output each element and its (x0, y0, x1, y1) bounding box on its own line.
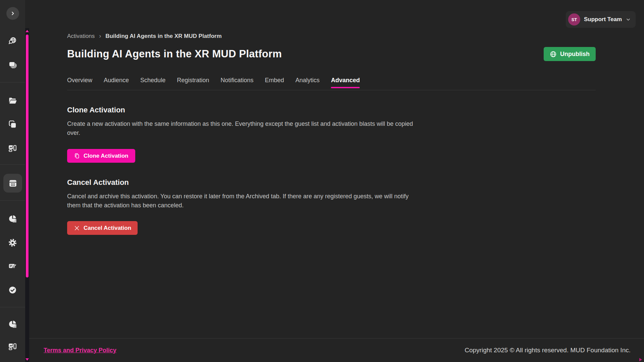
user-name: Support Team (584, 16, 622, 23)
tab-overview[interactable]: Overview (67, 77, 92, 90)
tab-label: Embed (265, 77, 284, 84)
tab-registration[interactable]: Registration (177, 77, 209, 90)
tab-label: Schedule (140, 77, 165, 84)
tab-analytics[interactable]: Analytics (295, 77, 319, 90)
pie-chart-bars-icon (8, 320, 17, 329)
card-edit-icon (8, 261, 17, 270)
breadcrumb-activations-link[interactable]: Activations (67, 33, 95, 40)
terms-privacy-link[interactable]: Terms and Privacy Policy (44, 347, 116, 354)
unpublish-label: Unpublish (560, 51, 590, 58)
clone-activation-section: Clone Activation Create a new activation… (67, 106, 596, 163)
page-header-row: Building AI Agents in the XR MUD Platfor… (67, 47, 596, 61)
scrollbar-down-arrow[interactable] (26, 358, 29, 361)
media-devices-icon (8, 342, 17, 351)
gear-icon (8, 238, 17, 247)
globe-icon (550, 51, 557, 58)
clone-activation-button[interactable]: Clone Activation (67, 149, 135, 163)
tab-schedule[interactable]: Schedule (140, 77, 165, 90)
user-menu[interactable]: ST Support Team (566, 11, 636, 28)
avatar: ST (568, 13, 580, 25)
tab-label: Audience (104, 77, 129, 84)
tab-label: Advanced (331, 77, 360, 84)
x-icon (73, 225, 80, 231)
sidebar-item-duplicates[interactable] (0, 118, 25, 131)
stacked-cards-icon (8, 60, 17, 69)
sidebar-divider (0, 307, 25, 307)
sidebar-item-explore[interactable] (0, 34, 25, 48)
vertical-scrollbar[interactable] (25, 28, 29, 362)
sidebar (0, 0, 25, 362)
tab-notifications[interactable]: Notifications (220, 77, 253, 90)
app-root: { "sidebar": { "toggle_icon": "chevron-r… (0, 0, 644, 362)
clone-section-heading: Clone Activation (67, 106, 596, 114)
tab-label: Analytics (295, 77, 319, 84)
sidebar-divider (0, 164, 25, 165)
breadcrumb-current: Building AI Agents in the XR MUD Platfor… (105, 33, 221, 40)
check-circle-icon (8, 286, 17, 295)
clone-section-description: Create a new activation with the same in… (67, 119, 413, 138)
tab-label: Notifications (220, 77, 253, 84)
sidebar-item-folders[interactable] (0, 94, 25, 107)
sidebar-item-reports[interactable] (0, 317, 25, 331)
sidebar-divider (0, 200, 25, 201)
unpublish-button[interactable]: Unpublish (544, 47, 596, 61)
scrollbar-thumb[interactable] (26, 35, 29, 277)
tab-advanced[interactable]: Advanced (331, 77, 360, 90)
sidebar-item-analytics[interactable] (0, 212, 25, 225)
cancel-section-heading: Cancel Activation (67, 178, 596, 187)
copy-icon (74, 153, 80, 159)
sidebar-item-activations-calendar[interactable] (3, 174, 22, 193)
sidebar-item-settings[interactable] (0, 236, 25, 249)
chevron-right-icon (10, 10, 16, 16)
copy-icon (8, 120, 17, 129)
tab-label: Overview (67, 77, 92, 84)
page-content: Activations › Building AI Agents in the … (29, 0, 644, 235)
folder-open-icon (8, 96, 17, 105)
tab-label: Registration (177, 77, 209, 84)
sidebar-item-collections[interactable] (0, 58, 25, 71)
scroll-corner-arrow (639, 358, 642, 361)
cancel-activation-section: Cancel Activation Cancel and archive thi… (67, 178, 596, 235)
globe-search-icon (8, 37, 17, 46)
cancel-button-label: Cancel Activation (84, 225, 131, 231)
clone-button-label: Clone Activation (84, 153, 129, 159)
tab-audience[interactable]: Audience (104, 77, 129, 90)
sidebar-expand-button[interactable] (6, 7, 19, 20)
media-devices-icon (8, 144, 17, 153)
sidebar-item-media-layouts[interactable] (0, 142, 25, 155)
sidebar-item-notes[interactable] (0, 259, 25, 272)
tab-bar: Overview Audience Schedule Registration … (67, 77, 596, 90)
pie-chart-bars-icon (8, 214, 17, 223)
tab-embed[interactable]: Embed (265, 77, 284, 90)
sidebar-item-media-library[interactable] (0, 340, 25, 353)
copyright-text: Copyright 2025 © All rights reserved. MU… (464, 347, 631, 354)
calendar-icon (8, 178, 18, 188)
scrollbar-up-arrow[interactable] (26, 30, 29, 32)
chevron-down-icon (626, 17, 631, 22)
page-title: Building AI Agents in the XR MUD Platfor… (67, 48, 282, 60)
cancel-activation-button[interactable]: Cancel Activation (67, 221, 138, 235)
main-area: ST Support Team Activations › Building A… (29, 0, 644, 362)
breadcrumb: Activations › Building AI Agents in the … (67, 33, 596, 40)
breadcrumb-separator-icon: › (99, 33, 101, 40)
sidebar-divider (0, 82, 25, 83)
cancel-section-description: Cancel and archive this activation. You … (67, 192, 413, 210)
page-footer: Terms and Privacy Policy Copyright 2025 … (29, 338, 644, 362)
sidebar-item-approvals[interactable] (0, 283, 25, 297)
